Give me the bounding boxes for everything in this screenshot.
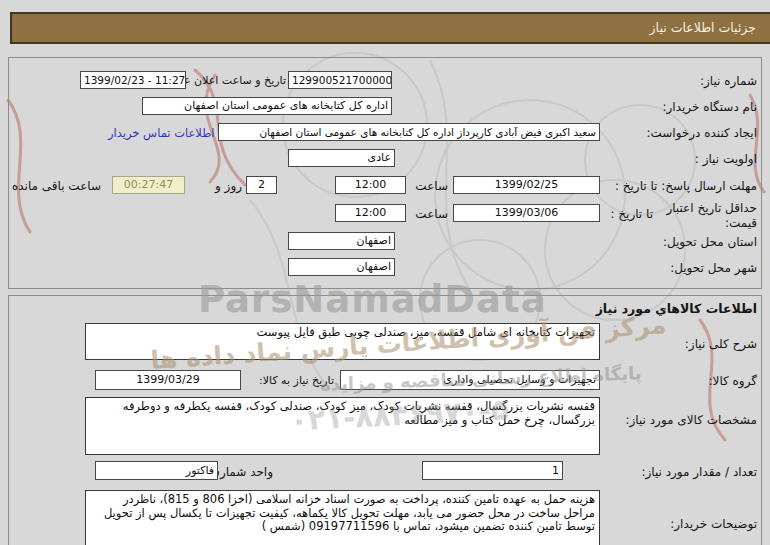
quantity-field[interactable]: 1 <box>422 461 563 480</box>
deadline-remaining-label: ساعت باقی مانده <box>12 178 101 194</box>
deadline-countdown: 00:27:47 <box>112 176 185 194</box>
goods-group-label: گروه کالا: <box>709 373 758 389</box>
goods-specs-label: مشخصات کالای مورد نیاز: <box>625 412 757 428</box>
goods-section-title: اطلاعات کالاهاي مورد نیاز <box>596 301 757 317</box>
need-info-section <box>8 57 762 289</box>
goods-specs-field[interactable]: قفسه نشریات بزرگسال، قفسه نشریات کودک، م… <box>85 397 600 455</box>
price-validity-until-label: تا تاریخ : <box>610 206 653 222</box>
page-title-bar: جزئیات اطلاعات نیاز <box>10 12 770 44</box>
price-validity-hour-label: ساعت <box>415 206 448 222</box>
priority-field[interactable]: عادی <box>288 149 395 167</box>
buyer-notes-field[interactable]: هزینه حمل به عهده تامین کننده، پرداخت به… <box>85 490 600 545</box>
delivery-province-field[interactable]: اصفهان <box>288 232 395 250</box>
need-details-page: جزئیات اطلاعات نیاز شماره نیاز: 12990052… <box>0 0 770 545</box>
deadline-days-label: روز و <box>215 178 242 194</box>
price-validity-time-field[interactable]: 12:00 <box>335 204 406 222</box>
deadline-days-field[interactable]: 2 <box>246 176 277 194</box>
need-number-label: شماره نیاز: <box>700 73 757 89</box>
priority-label: اولویت نیاز : <box>695 151 757 167</box>
buyer-org-label: نام دستگاه خریدار: <box>663 99 758 115</box>
announce-datetime-field[interactable]: 1399/02/23 - 11:27 <box>80 71 186 89</box>
quantity-label: تعداد / مقدار مورد نیاز: <box>641 464 757 480</box>
deadline-hour-label: ساعت <box>415 178 448 194</box>
need-number-field[interactable]: 1299005217000001 <box>288 71 392 89</box>
counting-unit-field[interactable]: فاکتور <box>95 461 218 480</box>
price-validity-label-line1: حداقل تاریخ اعتبار <box>666 200 757 216</box>
requester-label: ایجاد کننده درخواست: <box>646 125 757 141</box>
delivery-province-label: استان محل تحویل: <box>663 234 757 250</box>
requester-field[interactable]: سعید اکبری فیض آبادی کارپرداز اداره کل ک… <box>218 123 600 141</box>
buyer-notes-label: توضیحات خریدار: <box>670 516 757 532</box>
delivery-city-label: شهر محل تحویل: <box>670 260 757 276</box>
page-title: جزئیات اطلاعات نیاز <box>650 20 756 35</box>
deadline-time-field[interactable]: 12:00 <box>335 176 406 194</box>
goods-group-field[interactable]: تجهیزات و وسایل تحصیلی واداری <box>340 370 600 390</box>
goods-needed-date-field[interactable]: 1399/03/29 <box>95 370 241 390</box>
general-description-field[interactable]: تجهیزات کتابخانه ای شامل قفسه، میز، صندل… <box>85 323 600 360</box>
deadline-date-field[interactable]: 1399/02/25 <box>453 176 600 194</box>
deadline-label: مهلت ارسال پاسخ: تا تاریخ : <box>615 178 757 194</box>
buyer-contact-link[interactable]: اطلاعات تماس خریدار <box>108 125 215 141</box>
delivery-city-field[interactable]: اصفهان <box>288 258 395 276</box>
price-validity-date-field[interactable]: 1399/03/06 <box>453 204 600 222</box>
price-validity-label-line2: قیمت: <box>725 215 757 231</box>
buyer-org-field[interactable]: اداره کل کتابخانه های عمومی استان اصفهان <box>142 97 392 115</box>
general-description-label: شرح کلی نیاز: <box>685 336 757 352</box>
goods-needed-date-label: تاریخ نیاز به کالا: <box>259 373 334 389</box>
